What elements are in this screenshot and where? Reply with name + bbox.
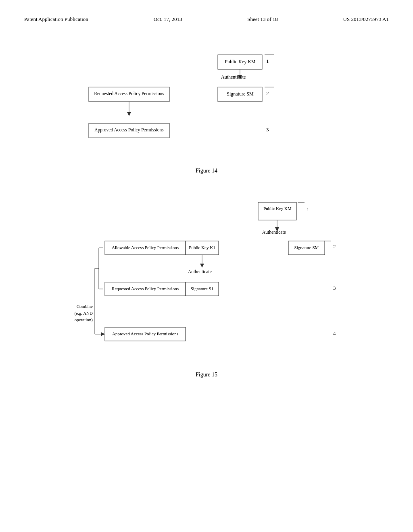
f15-signature-s1-label: Signature S1 — [188, 286, 216, 291]
f15-num2: 2 — [333, 243, 336, 250]
figure-15-diagram: Public Key KM Authenticate Allowable Acc… — [24, 194, 389, 364]
svg-marker-20 — [200, 264, 204, 268]
f15-authenticate1-label: Authenticate — [262, 230, 286, 235]
svg-marker-7 — [127, 112, 131, 116]
f15-public-key-k1-label: Public Key K1 — [188, 245, 216, 250]
figure-15-svg — [24, 194, 389, 364]
f14-signature-sm-label: Signature SM — [221, 91, 259, 97]
f15-num4: 4 — [333, 330, 336, 337]
figure-14-svg — [24, 47, 389, 160]
page: Patent Application Publication Oct. 17, … — [0, 0, 413, 532]
header-date: Oct. 17, 2013 — [154, 16, 182, 23]
svg-marker-27 — [101, 332, 105, 336]
f14-num1: 1 — [266, 58, 269, 64]
f15-allowable-label: Allowable Access Policy Permissions — [108, 245, 183, 250]
f15-requested-label: Requested Access Policy Permissions — [108, 286, 183, 291]
f14-public-key-label: Public Key KM — [221, 59, 259, 65]
figure-14-section: Public Key KM Authenticate Signature SM … — [24, 47, 389, 174]
f14-num2: 2 — [266, 90, 269, 97]
figure-15-label: Figure 15 — [24, 372, 389, 378]
header-patent-number: US 2013/0275973 A1 — [343, 16, 389, 23]
f14-authenticate1-label: Authenticate — [221, 74, 246, 80]
f14-requested-label: Requested Access Policy Permissions — [92, 91, 167, 96]
figure-14-diagram: Public Key KM Authenticate Signature SM … — [24, 47, 389, 160]
f15-authenticate2-label: Authenticate — [188, 269, 212, 274]
figure-14-label: Figure 14 — [24, 168, 389, 174]
figure-15-section: Public Key KM Authenticate Allowable Acc… — [24, 194, 389, 378]
f15-signature-sm-label: Signature SM — [291, 245, 322, 250]
f15-approved-label: Approved Access Policy Permissions — [108, 331, 183, 336]
f15-num1: 1 — [307, 206, 309, 213]
header-publication-label: Patent Application Publication — [24, 16, 88, 23]
f14-num3: 3 — [266, 127, 269, 133]
f15-combine-label: Combine(e.g. ANDoperation) — [48, 303, 93, 323]
f15-public-key-km-label: Public Key KM — [262, 206, 293, 211]
f15-num3: 3 — [333, 285, 336, 291]
page-header: Patent Application Publication Oct. 17, … — [24, 16, 389, 23]
f14-approved-label: Approved Access Policy Permissions — [92, 127, 167, 132]
header-sheet: Sheet 13 of 18 — [247, 16, 277, 23]
